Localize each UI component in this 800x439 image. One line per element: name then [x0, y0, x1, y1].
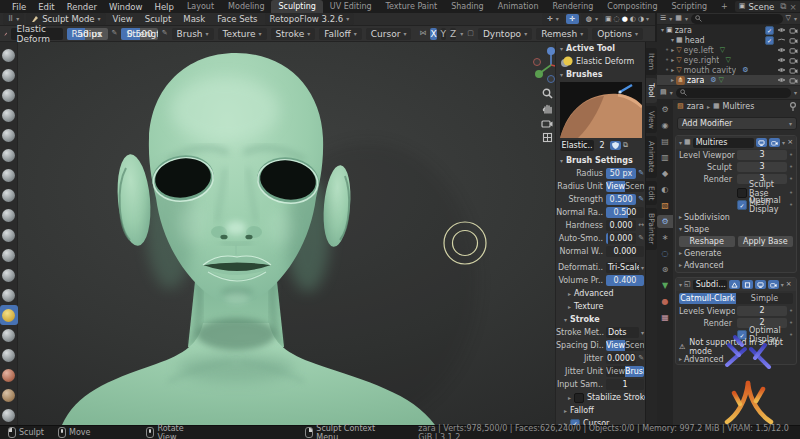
normal-weight-field[interactable]: 0.000: [606, 246, 644, 257]
transform-orientation-button[interactable]: ✛▾: [542, 13, 564, 25]
sidebar-tab-bpainter[interactable]: BPainter: [646, 208, 657, 249]
workspace-tab-shading[interactable]: Shading: [444, 0, 491, 13]
hide-eye-icon[interactable]: [777, 27, 786, 33]
auto-smooth-slider[interactable]: 0.000: [606, 233, 636, 244]
sidebar-tab-edit[interactable]: Edit: [646, 181, 657, 206]
symmetry-x-toggle[interactable]: X: [430, 28, 436, 40]
tab-material[interactable]: ●: [658, 295, 672, 308]
radius-unit-segmented[interactable]: ViewScene: [606, 181, 644, 192]
sidebar-radius-slider[interactable]: 50 px: [606, 168, 636, 179]
zoom-view-icon[interactable]: [542, 88, 553, 99]
shape-subpanel[interactable]: ▾Shape: [676, 223, 796, 235]
jitter-unit-segmented[interactable]: ViewBrush: [606, 366, 644, 377]
shading-wireframe-icon[interactable]: ◌: [614, 16, 620, 23]
sidebar-strength-slider[interactable]: 0.500: [606, 194, 636, 205]
properties-filter-icon[interactable]: ▾: [794, 90, 797, 96]
outliner-editor-type-icon[interactable]: ☰: [660, 15, 666, 22]
tool-grab[interactable]: [0, 285, 18, 305]
head-checkbox[interactable]: ✓: [765, 36, 774, 45]
scene-selector[interactable]: ▣ Scene ⧉ ×: [735, 1, 800, 12]
workspace-tab-modeling[interactable]: Modeling: [221, 0, 271, 13]
radius-slider[interactable]: Radius 50 px: [67, 28, 108, 40]
brush-preview[interactable]: [556, 81, 646, 139]
tab-modifiers[interactable]: ⚙: [657, 215, 673, 228]
symmetry-z-toggle[interactable]: Z: [450, 28, 456, 40]
collapse-icon[interactable]: ▾: [679, 282, 682, 288]
on-cage-icon[interactable]: [742, 280, 753, 289]
render-camera-icon[interactable]: [789, 47, 798, 54]
brush-settings-section-header[interactable]: ▾Brush Settings: [556, 154, 646, 167]
tool-smooth[interactable]: [0, 205, 18, 225]
sculpt-base-mesh-checkbox[interactable]: [737, 188, 747, 198]
hide-eye-icon[interactable]: [777, 57, 786, 63]
sidebar-tab-view[interactable]: View: [646, 106, 657, 134]
shading-material-icon[interactable]: ◐: [630, 16, 636, 23]
advanced-subpanel[interactable]: ▸Advanced: [676, 259, 796, 271]
new-brush-icon[interactable]: ⧉: [623, 142, 628, 149]
workspace-tab-texture-paint[interactable]: Texture Paint: [379, 0, 445, 13]
tool-pose[interactable]: [0, 365, 18, 385]
subdivision-type-segmented[interactable]: Catmull-Clark Simple: [679, 293, 793, 304]
stroke-menu[interactable]: Stroke▾: [271, 28, 316, 40]
tool-layer[interactable]: [0, 125, 18, 145]
menu-view[interactable]: View: [108, 14, 138, 24]
add-workspace-button[interactable]: +: [714, 0, 735, 13]
menu-window[interactable]: Window: [103, 2, 149, 12]
workspace-tab-scripting[interactable]: Scripting: [665, 0, 715, 13]
falloff-menu[interactable]: Falloff▾: [319, 28, 362, 40]
outliner-row-collection[interactable]: ▾▣ zara ✓: [657, 25, 800, 35]
edit-mode-display-icon[interactable]: [729, 280, 740, 289]
render-camera-icon[interactable]: [789, 27, 798, 34]
outliner-filter-icon[interactable]: ▽: [786, 15, 791, 22]
options-menu[interactable]: Options▾: [592, 28, 643, 40]
workspace-tab-sculpting[interactable]: Sculpting: [271, 0, 322, 13]
workspace-tab-layout[interactable]: Layout: [180, 0, 221, 13]
brush-users-count[interactable]: 2: [596, 140, 608, 151]
show-viewport-icon[interactable]: [755, 280, 766, 289]
active-tool-section-header[interactable]: ▾Active Tool: [556, 42, 646, 55]
show-render-icon[interactable]: [769, 138, 780, 147]
normal-radius-slider[interactable]: 0.500: [606, 207, 644, 218]
tab-scene[interactable]: ◆: [658, 167, 672, 180]
generate-subpanel[interactable]: ▸Generate: [676, 247, 796, 259]
tool-snake-hook[interactable]: [0, 325, 18, 345]
tab-render[interactable]: ◉: [658, 119, 672, 132]
tab-constraints[interactable]: ⊛: [658, 263, 672, 276]
add-modifier-dropdown[interactable]: Add Modifier▾: [677, 117, 797, 130]
hide-eye-icon[interactable]: [777, 47, 786, 53]
tool-scrape[interactable]: [0, 245, 18, 265]
gizmo-toggle-button[interactable]: ✛: [566, 14, 579, 24]
tool-thumb[interactable]: [0, 345, 18, 365]
breadcrumb-modifier[interactable]: Multires: [723, 102, 755, 111]
close-icon[interactable]: ×: [786, 281, 792, 288]
stroke-method-dropdown[interactable]: Dots: [606, 327, 639, 338]
menu-face-sets[interactable]: Face Sets: [212, 14, 262, 24]
fake-user-shield-icon[interactable]: [610, 141, 621, 150]
extras-dropdown-icon[interactable]: ▾: [782, 140, 785, 146]
properties-editor-type-icon[interactable]: ▤: [660, 89, 667, 96]
extras-dropdown-icon[interactable]: ▾: [781, 282, 784, 288]
jitter-pressure-icon[interactable]: ✎: [638, 355, 644, 362]
hide-eye-icon[interactable]: [777, 67, 786, 73]
hardness-invert-icon[interactable]: ↔: [638, 222, 644, 229]
menu-help[interactable]: Help: [148, 2, 179, 12]
tab-object[interactable]: ▧: [658, 199, 672, 212]
render-camera-icon[interactable]: [789, 67, 798, 74]
toggle-xray-icon[interactable]: ▣: [605, 16, 612, 23]
apply-base-button[interactable]: Apply Base: [738, 236, 794, 247]
show-viewport-icon[interactable]: [756, 138, 767, 147]
radius-pressure-icon[interactable]: ✎: [112, 30, 118, 37]
sidebar-tab-tool[interactable]: Tool: [646, 78, 657, 103]
tool-rotate[interactable]: [0, 405, 18, 425]
dyntopo-menu[interactable]: Dyntopo▾: [478, 28, 532, 40]
brush-name-field[interactable]: Elastic..: [560, 140, 594, 151]
brush-menu[interactable]: Brush▾: [172, 28, 214, 40]
render-camera-icon[interactable]: [789, 57, 798, 64]
cursor-menu[interactable]: Cursor▾: [366, 28, 412, 40]
tool-draw-sharp[interactable]: [0, 65, 18, 85]
jitter-field[interactable]: 0.0000: [606, 353, 636, 364]
outliner-row-head[interactable]: ▾▦ head ✓: [657, 35, 800, 45]
collapse-icon[interactable]: ▾: [679, 140, 682, 146]
tool-elastic-deform[interactable]: [0, 305, 18, 325]
outliner-row-eye-right[interactable]: •▸▽ eye.right ▽: [657, 55, 800, 65]
